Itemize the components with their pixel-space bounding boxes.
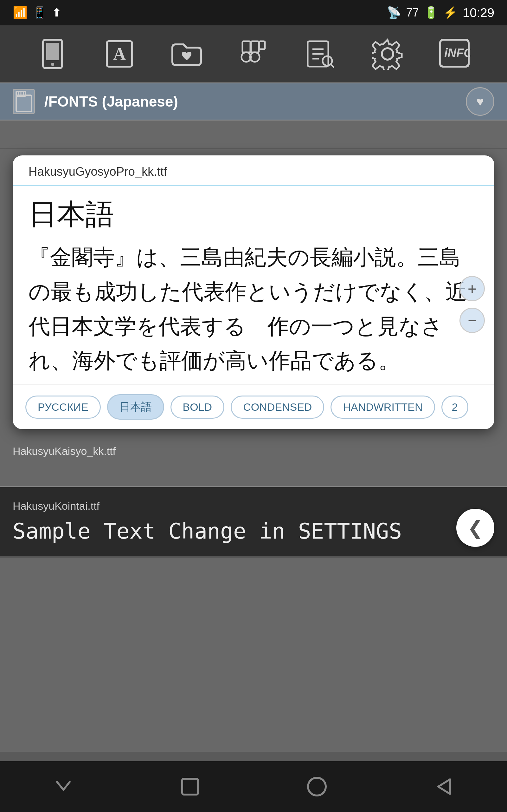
charging-icon: ⚡ (443, 6, 458, 19)
nav-search-doc-icon[interactable] (301, 35, 339, 73)
favorite-button[interactable]: ♥ (466, 87, 494, 116)
font-size-increase-button[interactable]: + (459, 276, 485, 301)
font-list-item-name: HakusyuKaisyo_kk.ttf (13, 442, 494, 461)
nav-back-triangle-button[interactable] (428, 771, 459, 803)
back-button[interactable]: ❮ (456, 509, 494, 547)
modal-body: 日本語 『金閣寺』は、三島由紀夫の長編小説。三島の最も成功した代表作というだけで… (13, 186, 494, 385)
tag-bold[interactable]: BOLD (170, 396, 225, 419)
font-filename: HakusyuGyosyoPro_kk.ttf (29, 165, 478, 179)
svg-point-14 (323, 56, 332, 66)
list-item-bg-top (0, 120, 507, 149)
modal-header: HakusyuGyosyoPro_kk.ttf (13, 155, 494, 186)
nav-device-icon[interactable] (34, 35, 72, 73)
tag-handwritten[interactable]: HANDWRITTEN (331, 396, 435, 419)
svg-rect-1 (46, 43, 59, 60)
breadcrumb-path: /FONTS (Japanese) (44, 93, 456, 110)
svg-rect-24 (182, 779, 198, 795)
time-display: 10:29 (463, 6, 494, 20)
svg-marker-26 (438, 779, 450, 794)
svg-rect-6 (251, 41, 259, 52)
bluetooth-icon: 📡 (387, 6, 401, 19)
font-size-decrease-button[interactable]: − (459, 308, 485, 333)
font-card-2-sample: Sample Text Change in SETTINGS (13, 519, 494, 544)
tag-japanese[interactable]: 日本語 (107, 394, 164, 420)
font-card-2: HakusyuKointai.ttf Sample Text Change in… (0, 486, 507, 558)
status-left-icons: 📶 📱 ⬆ (13, 6, 61, 20)
wifi-icon: 📶 (13, 6, 27, 20)
chevron-left-icon: ❮ (467, 517, 483, 539)
breadcrumb-bar: /FONTS (Japanese) ♥ (0, 83, 507, 120)
tag-row: РУССКИЕ 日本語 BOLD CONDENSED HANDWRITTEN 2 (13, 385, 494, 429)
svg-rect-19 (16, 95, 32, 112)
font-preview-title: 日本語 (29, 195, 478, 234)
font-size-controls: + − (459, 276, 485, 333)
svg-point-2 (51, 63, 54, 66)
svg-rect-7 (259, 41, 265, 49)
svg-text:A: A (113, 44, 126, 63)
bottom-nav (0, 761, 507, 812)
upload-icon: ⬆ (52, 6, 61, 19)
nav-bar: A (0, 26, 507, 83)
nav-home-circle-button[interactable] (301, 771, 333, 803)
nav-info-icon[interactable]: iNFO (435, 35, 473, 73)
battery-icon: 🔋 (424, 6, 438, 19)
nav-down-button[interactable] (48, 771, 79, 803)
nav-font-icon[interactable]: A (101, 35, 138, 73)
font-card-2-name: HakusyuKointai.ttf (13, 500, 494, 512)
font-sample-text: 『金閣寺』は、三島由紀夫の長編小説。三島の最も成功した代表作というだけでなく、近… (29, 240, 478, 378)
nav-awards-icon[interactable] (234, 35, 273, 73)
battery-text: 77 (406, 6, 419, 19)
modal-card: HakusyuGyosyoPro_kk.ttf 日本語 『金閣寺』は、三島由紀夫… (13, 155, 494, 429)
nav-settings-icon[interactable] (369, 35, 406, 73)
sim-icon: 📱 (33, 6, 47, 19)
status-right-icons: 📡 77 🔋 ⚡ 10:29 (387, 6, 494, 20)
tag-number[interactable]: 2 (441, 396, 468, 419)
sd-card-icon (13, 89, 35, 114)
tag-condensed[interactable]: CONDENSED (231, 396, 324, 419)
svg-rect-5 (242, 41, 250, 52)
nav-home-square-button[interactable] (174, 771, 206, 803)
svg-point-16 (382, 48, 393, 60)
nav-folder-heart-icon[interactable] (168, 35, 206, 73)
status-bar: 📶 📱 ⬆ 📡 77 🔋 ⚡ 10:29 (0, 0, 507, 26)
tag-russian[interactable]: РУССКИЕ (25, 396, 101, 419)
svg-line-15 (331, 64, 334, 67)
svg-text:iNFO: iNFO (444, 46, 470, 60)
svg-point-25 (308, 778, 326, 796)
list-item-below-modal: HakusyuKaisyo_kk.ttf (0, 436, 507, 461)
font-preview-modal: HakusyuGyosyoPro_kk.ttf 日本語 『金閣寺』は、三島由紀夫… (0, 149, 507, 436)
